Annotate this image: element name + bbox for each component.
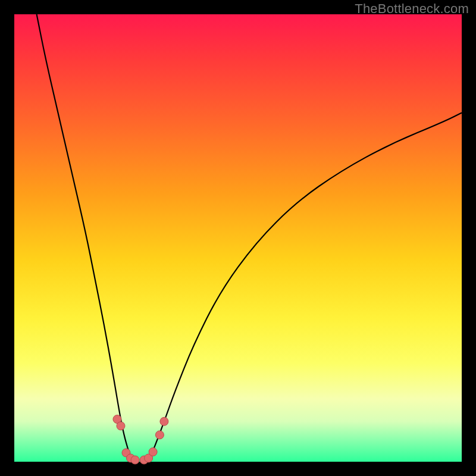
curve-marker bbox=[160, 417, 168, 425]
curve-right-branch bbox=[149, 112, 462, 460]
curve-markers bbox=[113, 415, 168, 464]
curve-marker bbox=[155, 431, 164, 439]
curve-marker bbox=[149, 447, 157, 456]
watermark-text: TheBottleneck.com bbox=[355, 1, 469, 17]
chart-area bbox=[14, 14, 462, 462]
bottleneck-curve bbox=[14, 14, 462, 462]
curve-marker bbox=[131, 456, 139, 464]
curve-left-branch bbox=[37, 14, 133, 461]
curve-marker bbox=[117, 422, 125, 430]
